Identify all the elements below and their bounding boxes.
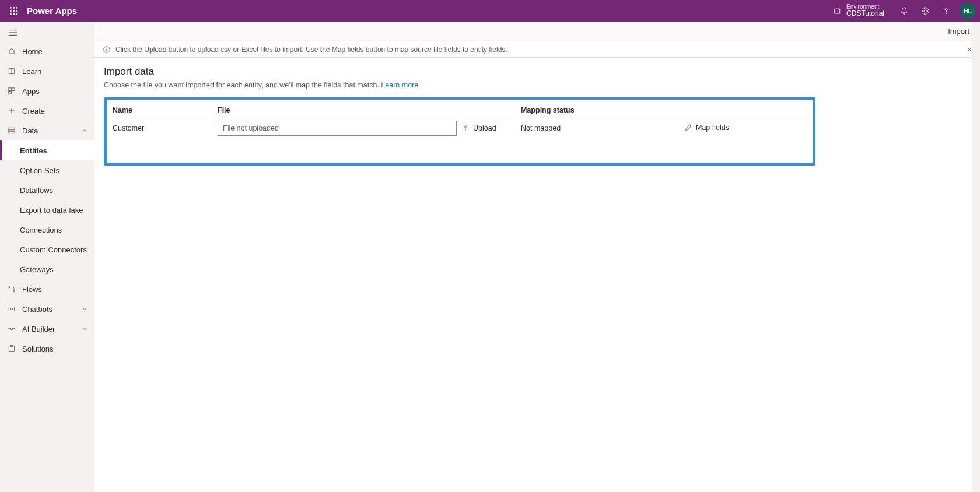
environment-label: Environment (846, 3, 884, 10)
sidebar-item-apps[interactable]: Apps (0, 81, 94, 101)
data-icon (7, 126, 16, 135)
chevron-down-icon (81, 305, 88, 312)
col-mapping: Mapping status (517, 105, 681, 117)
upload-button[interactable]: Upload (461, 124, 496, 132)
import-grid-highlight: Name File Mapping status Customer (104, 97, 816, 166)
cell-entity-name: Customer (109, 117, 214, 140)
sidebar-item-label: Custom Connectors (20, 245, 87, 254)
svg-point-30 (8, 328, 9, 329)
svg-point-31 (14, 328, 15, 329)
sidebar-item-label: Data (22, 126, 38, 135)
import-command[interactable]: Import (948, 27, 970, 36)
sidebar-item-label: Flows (22, 285, 42, 294)
scrollbar-track[interactable] (972, 22, 980, 492)
sidebar-item-label: Connections (20, 226, 62, 234)
sidebar-item-entities[interactable]: Entities (0, 140, 94, 160)
sidebar-item-label: Option Sets (20, 166, 60, 175)
sidebar-item-label: Learn (22, 67, 41, 76)
svg-point-24 (9, 286, 10, 287)
page-description: Choose the file you want imported for ea… (104, 81, 971, 89)
environment-name: CDSTutorial (846, 10, 884, 17)
sidebar-item-label: AI Builder (22, 325, 55, 333)
home-icon (7, 47, 16, 55)
flow-icon (7, 285, 16, 293)
learn-more-link[interactable]: Learn more (381, 81, 418, 89)
edit-icon (684, 124, 692, 132)
svg-rect-6 (10, 13, 12, 15)
sidebar-item-connections[interactable]: Connections (0, 220, 94, 240)
svg-point-28 (12, 308, 13, 309)
environment-selector[interactable]: Environment CDSTutorial (832, 3, 884, 17)
chatbot-icon (7, 305, 16, 313)
apps-icon (7, 87, 16, 95)
sidebar-item-custom-connectors[interactable]: Custom Connectors (0, 240, 94, 259)
svg-rect-8 (16, 13, 18, 15)
col-actions (681, 105, 810, 117)
command-bar: Import (94, 22, 980, 41)
sidebar-item-label: Home (22, 47, 43, 56)
svg-rect-21 (9, 128, 15, 129)
app-title: Power Apps (27, 6, 77, 16)
svg-rect-18 (9, 92, 12, 94)
environment-icon (832, 6, 842, 16)
file-placeholder: File not uploaded (223, 124, 279, 132)
sidebar-item-option-sets[interactable]: Option Sets (0, 160, 94, 180)
page-title: Import data (104, 66, 971, 78)
cell-mapping-status: Not mapped (517, 117, 681, 140)
sidebar-item-ai-builder[interactable]: AI Builder (0, 319, 94, 339)
sidebar-item-label: Chatbots (22, 305, 52, 314)
import-grid: Name File Mapping status Customer (109, 105, 810, 139)
notifications-icon[interactable] (894, 1, 915, 22)
sidebar-item-label: Export to data lake (20, 206, 83, 215)
sidebar-item-label: Gateways (20, 265, 54, 274)
left-nav: Home Learn Apps Create Data (0, 22, 94, 492)
sidebar-item-label: Apps (22, 87, 40, 96)
svg-rect-5 (16, 10, 18, 12)
sidebar-item-home[interactable]: Home (0, 41, 94, 61)
map-fields-button[interactable]: Map fields (684, 124, 729, 132)
svg-point-9 (924, 10, 926, 12)
info-icon (103, 45, 111, 54)
sidebar-item-label: Dataflows (20, 186, 53, 195)
col-file: File (214, 105, 517, 117)
info-bar: Click the Upload button to upload csv or… (94, 41, 980, 58)
svg-point-38 (107, 47, 107, 48)
ai-icon (7, 325, 16, 333)
page-description-text: Choose the file you want imported for ea… (104, 81, 381, 89)
main-area: Import Click the Upload button to upload… (94, 22, 980, 492)
sidebar-item-data[interactable]: Data (0, 121, 94, 140)
svg-point-27 (10, 308, 11, 309)
svg-rect-3 (10, 10, 12, 12)
user-avatar[interactable]: HL (960, 3, 975, 19)
app-launcher-icon[interactable] (5, 2, 23, 20)
sidebar-item-dataflows[interactable]: Dataflows (0, 180, 94, 200)
sidebar-item-flows[interactable]: Flows (0, 279, 94, 299)
file-input[interactable]: File not uploaded (218, 121, 457, 136)
sidebar-item-solutions[interactable]: Solutions (0, 339, 94, 359)
svg-rect-0 (10, 7, 12, 9)
svg-rect-7 (13, 13, 15, 15)
sidebar-item-create[interactable]: Create (0, 101, 94, 121)
svg-rect-1 (13, 7, 15, 9)
chevron-up-icon (81, 127, 88, 134)
info-text: Click the Upload button to upload csv or… (116, 45, 508, 54)
chevron-down-icon (81, 325, 88, 332)
svg-point-25 (13, 290, 15, 291)
map-fields-label: Map fields (696, 124, 729, 132)
book-icon (7, 67, 16, 75)
content: Import data Choose the file you want imp… (94, 58, 980, 492)
top-header: Power Apps Environment CDSTutorial HL (0, 0, 980, 22)
sidebar-item-export-to-data-lake[interactable]: Export to data lake (0, 200, 94, 220)
sidebar-item-chatbots[interactable]: Chatbots (0, 299, 94, 319)
svg-rect-23 (9, 132, 15, 133)
settings-icon[interactable] (915, 1, 936, 22)
nav-collapse-icon[interactable] (0, 24, 94, 41)
svg-rect-22 (9, 130, 15, 131)
upload-icon (461, 124, 470, 132)
sidebar-item-learn[interactable]: Learn (0, 61, 94, 81)
sidebar-item-label: Solutions (22, 345, 53, 353)
plus-icon (7, 107, 16, 115)
help-icon[interactable] (936, 1, 957, 22)
sidebar-item-label: Create (22, 107, 45, 115)
sidebar-item-gateways[interactable]: Gateways (0, 259, 94, 279)
